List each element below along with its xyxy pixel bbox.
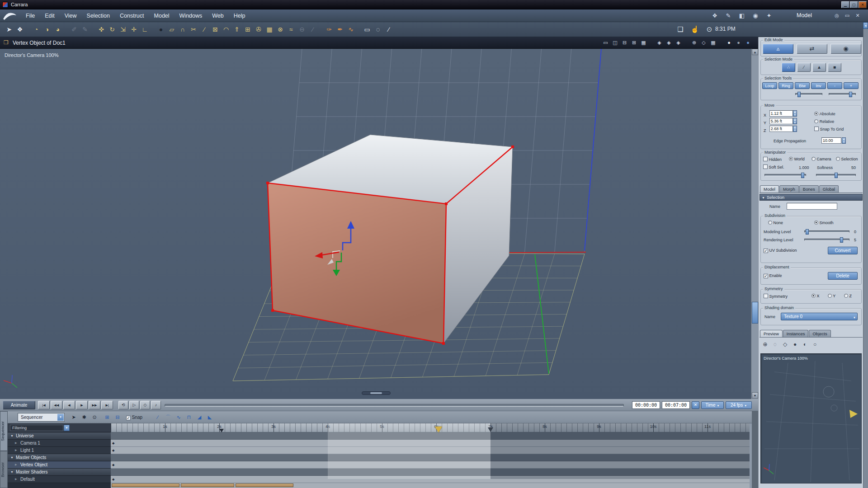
rendering-level-slider[interactable] [804, 239, 849, 241]
loop-button[interactable]: ⟲ [118, 401, 128, 409]
rendering-level-value[interactable]: 5 [854, 238, 856, 242]
tween-step-icon[interactable]: ⊓ [184, 413, 193, 422]
doc-close-icon[interactable]: ✕ [854, 11, 862, 19]
tab-sequencer[interactable]: Sequencer [0, 411, 8, 451]
animate-button[interactable]: Animate [3, 401, 35, 409]
menu-view[interactable]: View [60, 9, 82, 22]
camera-radio[interactable]: Camera [811, 157, 831, 161]
sequencer-dropdown[interactable]: Sequencer▼ [18, 413, 65, 422]
scrollbar-thumb[interactable] [752, 302, 758, 324]
shader-keyframe-block[interactable] [112, 483, 179, 487]
smooth-tool-icon[interactable]: ≈ [286, 24, 297, 35]
name-field[interactable] [787, 203, 837, 210]
prev-frame-button[interactable]: ◀ [63, 401, 75, 409]
viewport-canvas[interactable] [0, 49, 751, 399]
subdivision-none-radio[interactable]: None [768, 221, 783, 225]
sphere-primitive-icon[interactable]: ● [156, 24, 166, 35]
tree-default[interactable]: ◆ [111, 476, 750, 483]
panel-collapse-button[interactable]: ◂ [863, 22, 868, 29]
knife-tool-icon[interactable]: ∕ [199, 24, 210, 35]
symmetry-x-radio[interactable]: X [811, 294, 820, 298]
slider-thumb[interactable] [797, 92, 801, 97]
end-time-field[interactable]: 00:07:00 [662, 401, 690, 409]
end-time-marker[interactable] [488, 427, 493, 432]
tree-universe[interactable] [111, 432, 750, 440]
room-model-icon[interactable]: ✎ [723, 10, 734, 21]
doc-minimize-icon[interactable]: ▭ [843, 11, 851, 19]
shader-keyframe-block[interactable] [236, 483, 293, 487]
layout-three-pane-icon[interactable]: ⊟ [621, 39, 628, 47]
selection-tool-button[interactable]: Ring [778, 82, 793, 89]
menu-web[interactable]: Web [207, 9, 228, 22]
tree-universe[interactable]: ▼ Universe [8, 432, 111, 440]
magnet-tool-icon[interactable]: ∩ [177, 24, 188, 35]
tree-expand-icon[interactable]: ▶ [15, 440, 17, 446]
tab-morph[interactable]: Morph [779, 185, 799, 193]
selection-tool-button[interactable]: Btw [795, 82, 810, 89]
grid-view-icon[interactable]: ▦ [709, 39, 717, 47]
hotpoint-tool-icon[interactable]: ◔ [31, 24, 42, 35]
menu-file[interactable]: File [21, 9, 40, 22]
current-time-marker[interactable] [219, 429, 224, 432]
zoom-view-icon[interactable]: ⊙ [704, 24, 715, 35]
orbit-tool-icon[interactable]: ◑ [42, 24, 52, 35]
menu-help[interactable]: Help [229, 9, 250, 22]
select-edge-mode-button[interactable]: ∕ [797, 63, 811, 72]
tween-bezier-icon[interactable]: ⌒ [164, 413, 173, 422]
go-end-button[interactable]: ▶| [101, 401, 113, 409]
time-ruler[interactable]: 1s2s3s4s5s6s7s8s9s10s11s [111, 423, 750, 432]
render-preview-icon[interactable]: ❑ [675, 24, 686, 35]
universal-manipulator-icon[interactable]: ✛ [128, 24, 139, 35]
tween-in-icon[interactable]: ◢ [195, 413, 204, 422]
move-value-field[interactable]: 2.68 ft [769, 126, 793, 132]
edit-mode-morph-button[interactable]: ⇄ [797, 44, 827, 54]
tab-preview[interactable]: Preview [760, 330, 783, 338]
play-range-button[interactable]: ▷ [129, 401, 139, 409]
room-storyboard-icon[interactable]: ◧ [736, 10, 747, 21]
next-frame-button[interactable]: ▶▶ [89, 401, 100, 409]
timeline-scroll-slider[interactable] [165, 404, 624, 407]
tree-camera-1[interactable]: ◆ [111, 440, 750, 447]
ring-step-slider[interactable] [829, 93, 856, 95]
key-mode-button[interactable]: ◇ [140, 401, 150, 409]
fps-dropdown[interactable]: 24 fps▼ [726, 401, 752, 409]
preview-dotted-sphere-icon[interactable]: ◌ [771, 341, 779, 348]
edge-propagation-field[interactable]: 10.00 [821, 137, 841, 144]
preview-wire-cube-icon[interactable]: ◇ [781, 341, 789, 348]
play-button[interactable]: ▶ [76, 401, 88, 409]
menu-model[interactable]: Model [149, 9, 175, 22]
preview-sphere-flat-icon[interactable]: ● [791, 341, 799, 348]
uv-subdivision-checkbox[interactable]: UV Subdivision [764, 248, 797, 253]
viewport-vscrollbar[interactable]: ▲ ▼ [751, 49, 758, 399]
tree-expand-icon[interactable]: ▶ [15, 461, 17, 468]
layout-grid-icon[interactable]: ▦ [640, 39, 647, 47]
tree-vertex-object[interactable]: ◆ [111, 461, 750, 469]
shader-keyframe-block[interactable] [181, 483, 234, 487]
slider-thumb[interactable] [840, 237, 843, 243]
tween-oscillate-icon[interactable]: ∿ [174, 413, 183, 422]
softness-value[interactable]: 50 [851, 165, 856, 170]
tab-bones[interactable]: Bones [799, 185, 819, 193]
keyframe-icon[interactable]: ◆ [112, 449, 114, 452]
plane-primitive-icon[interactable]: ▱ [166, 24, 177, 35]
modeling-level-value[interactable]: 0 [854, 230, 856, 234]
polyline-select-icon[interactable]: ∕ [383, 24, 394, 35]
move-value-field[interactable]: 5.36 ft [769, 118, 793, 124]
tween-out-icon[interactable]: ◣ [205, 413, 214, 422]
paint-sample-tool-icon[interactable]: ✎ [80, 24, 90, 35]
tree-expand-icon[interactable]: ▼ [10, 469, 14, 475]
pen-tool-icon[interactable]: ∕ [307, 24, 318, 35]
chevron-down-icon[interactable]: ▼ [64, 425, 70, 431]
wave-tool-icon[interactable]: ∿ [345, 24, 356, 35]
relative-radio[interactable]: Relative [814, 119, 834, 124]
selection-group-header[interactable]: ▼Selection [760, 194, 863, 201]
extrude-tool-icon[interactable]: ⇑ [231, 24, 242, 35]
keyframe-icon[interactable]: ◆ [112, 441, 114, 445]
tab-global[interactable]: Global [819, 185, 839, 193]
symmetry-checkbox[interactable]: Symmetry [764, 294, 788, 299]
snap-to-grid-checkbox[interactable]: Snap To Grid [814, 127, 844, 131]
brush-tool-icon[interactable]: ✑ [324, 24, 335, 35]
tree-expand-icon[interactable]: ▶ [15, 447, 17, 454]
lasso-select-icon[interactable]: ◌ [373, 24, 383, 35]
layout-four-pane-icon[interactable]: ⊞ [630, 39, 638, 47]
